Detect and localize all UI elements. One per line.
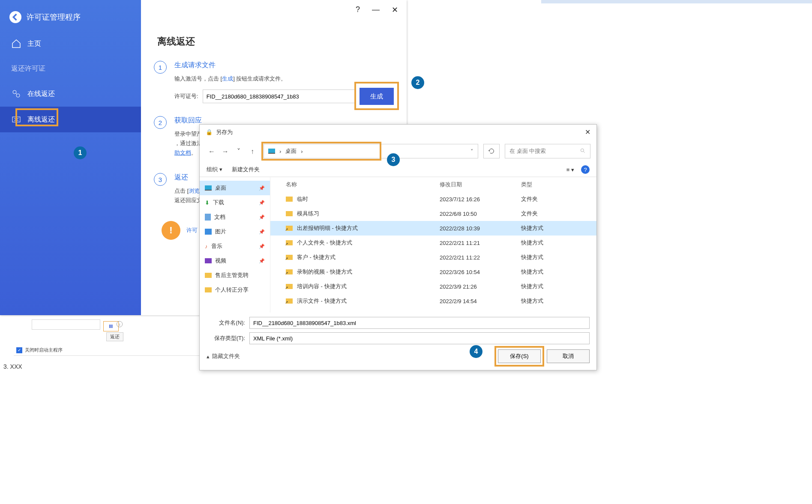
- sidebar: 许可证管理程序 主页 返还许可证 在线返还 离线返还: [0, 0, 141, 315]
- offline-return-icon: [11, 114, 21, 125]
- sidebar-item-online-return[interactable]: 在线返还: [0, 81, 141, 107]
- step-1-desc-post: ] 按钮生成请求文件。: [233, 75, 286, 82]
- save-button[interactable]: 保存(S): [498, 349, 541, 363]
- search-icon: [580, 148, 586, 155]
- organize-button[interactable]: 组织 ▾: [207, 166, 222, 173]
- col-name[interactable]: 名称: [286, 181, 435, 188]
- sidebar-offline-label: 离线返还: [27, 115, 55, 124]
- tree-item[interactable]: 视频📌: [200, 253, 270, 268]
- mini-field: [32, 319, 100, 330]
- nav-arrows: ← → ˅ ↑: [206, 147, 258, 155]
- file-row[interactable]: ↗演示文件 - 快捷方式2022/2/9 14:54快捷方式: [270, 294, 596, 308]
- step-3-desc-pre: 点击 [: [174, 188, 189, 194]
- sidebar-section-return: 返还许可证: [0, 57, 141, 81]
- file-list: 名称 修改日期 类型 临时2023/7/12 16:26文件夹模具练习2022/…: [270, 177, 596, 313]
- tree-item[interactable]: 个人转正分享: [200, 283, 270, 297]
- save-as-dialog: 🔒 另存为 ✕ ← → ˅ ↑ › 桌面 › ˅ 在 桌面 中搜索: [199, 124, 597, 370]
- tree-item[interactable]: 图片📌: [200, 224, 270, 239]
- close-button[interactable]: ✕: [392, 5, 398, 15]
- folder-tree: 桌面📌⬇下载📌文档📌图片📌♪音乐📌视频📌售后主管竞聘个人转正分享: [200, 177, 270, 313]
- svg-point-5: [581, 149, 584, 152]
- view-mode-button[interactable]: ≡ ▾: [566, 167, 574, 173]
- step-3-number: 3: [154, 173, 167, 186]
- breadcrumb[interactable]: › 桌面 › ˅: [264, 144, 478, 158]
- tree-item[interactable]: 售后主管竞聘: [200, 268, 270, 283]
- mini-info-icon[interactable]: i: [116, 320, 123, 329]
- sidebar-home-label: 主页: [27, 39, 41, 48]
- new-folder-button[interactable]: 新建文件夹: [232, 166, 260, 173]
- dialog-footer: 文件名(N): 保存类型(T): ▴ 隐藏文件夹 保存(S) 取消: [200, 313, 596, 370]
- step-2-number: 2: [154, 116, 167, 129]
- file-row[interactable]: ↗出差报销明细 - 快捷方式2022/2/28 10:39快捷方式: [270, 221, 596, 236]
- file-row[interactable]: ↗培训内容 - 快捷方式2022/3/9 21:26快捷方式: [270, 279, 596, 294]
- filename-input[interactable]: [249, 317, 590, 329]
- sidebar-header: 许可证管理程序: [0, 8, 141, 31]
- filename-label: 文件名(N):: [207, 319, 245, 327]
- dialog-toolbar: 组织 ▾ 新建文件夹 ≡ ▾ ?: [200, 163, 596, 177]
- file-row[interactable]: ↗录制的视频 - 快捷方式2022/3/26 10:54快捷方式: [270, 265, 596, 279]
- tree-item[interactable]: ♪音乐📌: [200, 239, 270, 253]
- breadcrumb-sep-2: ›: [301, 148, 303, 155]
- online-return-icon: [11, 89, 21, 99]
- nav-back-button[interactable]: ←: [206, 148, 218, 155]
- sidebar-item-offline-return[interactable]: 离线返还: [0, 107, 141, 132]
- nav-forward-button[interactable]: →: [219, 148, 231, 155]
- help-doc-link[interactable]: 助文档: [174, 149, 191, 156]
- sidebar-item-home[interactable]: 主页: [0, 31, 141, 57]
- chevron-up-icon: ▴: [207, 353, 210, 360]
- window-controls: ? — ✕: [356, 5, 398, 15]
- warning-text: 许可: [186, 227, 198, 234]
- hide-folders-toggle[interactable]: ▴ 隐藏文件夹: [207, 352, 240, 360]
- step-2-desc-line1: 登录中望产: [174, 131, 202, 137]
- minimize-button[interactable]: —: [372, 5, 380, 15]
- filetype-label: 保存类型(T):: [207, 334, 245, 342]
- license-input[interactable]: [203, 89, 355, 103]
- file-row[interactable]: 临时2023/7/12 16:26文件夹: [270, 192, 596, 206]
- dialog-title: 另存为: [216, 128, 233, 136]
- search-input[interactable]: 在 桌面 中搜索: [505, 144, 590, 158]
- step-2-desc-line2: ，通过激活: [174, 140, 202, 146]
- col-type[interactable]: 类型: [521, 181, 581, 188]
- dialog-nav-row: ← → ˅ ↑ › 桌面 › ˅ 在 桌面 中搜索: [200, 140, 596, 163]
- breadcrumb-location[interactable]: 桌面: [285, 147, 297, 155]
- step-1-number: 1: [154, 61, 167, 74]
- cancel-button[interactable]: 取消: [547, 349, 590, 363]
- file-row[interactable]: 模具练习2022/6/8 10:50文件夹: [270, 206, 596, 221]
- close-launch-label: 关闭时启动主程序: [25, 347, 63, 353]
- search-placeholder: 在 桌面 中搜索: [509, 147, 546, 155]
- nav-up-button[interactable]: ↑: [246, 148, 258, 155]
- browse-link[interactable]: 浏览: [189, 188, 200, 194]
- back-icon[interactable]: [9, 11, 21, 23]
- svg-point-1: [16, 94, 20, 97]
- checkbox-icon: ✓: [16, 347, 22, 353]
- close-launch-checkbox-row[interactable]: ✓ 关闭时启动主程序: [16, 347, 63, 353]
- app-title: 许可证管理程序: [27, 12, 81, 22]
- warning-icon: !: [162, 221, 180, 240]
- dialog-body: 桌面📌⬇下载📌文档📌图片📌♪音乐📌视频📌售后主管竞聘个人转正分享 名称 修改日期…: [200, 177, 596, 313]
- page-title: 离线返还: [157, 35, 394, 48]
- tree-item[interactable]: 桌面📌: [200, 181, 270, 195]
- breadcrumb-sep-1: ›: [279, 148, 281, 155]
- step-1-title: 生成请求文件: [174, 61, 394, 70]
- breadcrumb-dropdown[interactable]: ˅: [470, 148, 473, 155]
- help-button[interactable]: ?: [356, 5, 360, 15]
- tree-item[interactable]: 文档📌: [200, 210, 270, 224]
- step-1-desc: 输入激活号，点击 [生成] 按钮生成请求文件。: [174, 74, 394, 84]
- file-row[interactable]: ↗客户 - 快捷方式2022/2/21 11:22快捷方式: [270, 250, 596, 265]
- step-3-desc-line2: 返还回应文: [174, 197, 202, 203]
- file-row[interactable]: ↗个人文件夹 - 快捷方式2022/2/21 11:21快捷方式: [270, 236, 596, 250]
- generate-button[interactable]: 生成: [360, 88, 394, 105]
- license-label: 许可证号:: [174, 92, 198, 100]
- step-2-title: 获取回应: [174, 116, 394, 125]
- generate-link[interactable]: 生成: [222, 75, 233, 82]
- filetype-select[interactable]: [249, 332, 590, 344]
- nav-recent-button[interactable]: ˅: [233, 147, 245, 155]
- dialog-close-button[interactable]: ✕: [585, 128, 590, 136]
- dialog-help-button[interactable]: ?: [581, 165, 590, 174]
- refresh-button[interactable]: [483, 144, 500, 158]
- col-date[interactable]: 修改日期: [440, 181, 517, 188]
- footer-step-text: 3. XXX: [3, 363, 22, 370]
- file-list-header: 名称 修改日期 类型: [270, 177, 596, 192]
- page-top-accent: [541, 0, 812, 3]
- tree-item[interactable]: ⬇下载📌: [200, 195, 270, 210]
